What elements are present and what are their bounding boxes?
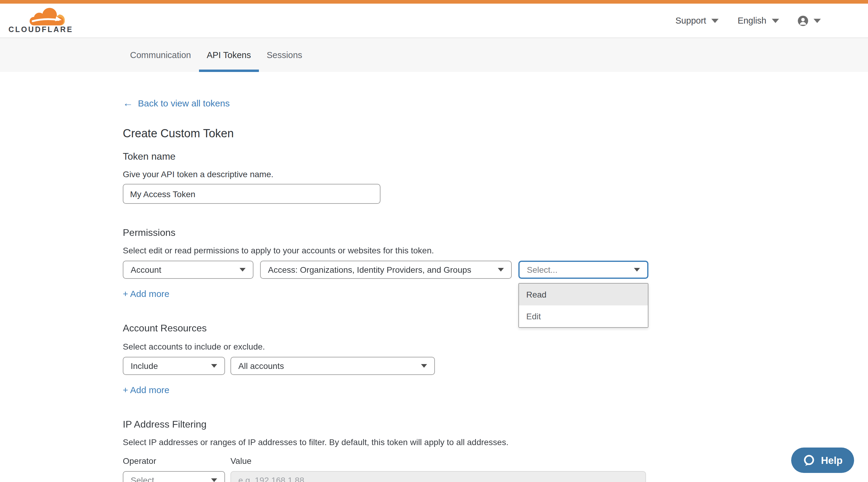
help-button[interactable]: Help — [791, 448, 854, 473]
caret-down-icon — [211, 478, 217, 482]
chevron-down-icon — [772, 19, 779, 23]
page-title: Create Custom Token — [123, 127, 868, 141]
resource-mode-select[interactable]: Include — [123, 356, 225, 375]
token-name-input[interactable] — [123, 184, 380, 204]
permissions-add-more-link[interactable]: + Add more — [123, 289, 169, 299]
avatar-icon — [798, 15, 808, 26]
ip-filtering-row: Select... — [123, 471, 868, 482]
chat-bubble-icon — [803, 454, 815, 467]
top-orange-bar — [0, 0, 868, 4]
back-link-label: Back to view all tokens — [138, 98, 230, 108]
account-resources-add-more-link[interactable]: + Add more — [123, 384, 169, 395]
value-label: Value — [230, 456, 252, 466]
ip-filtering-heading: IP Address Filtering — [123, 418, 868, 430]
account-resources-description: Select accounts to include or exclude. — [123, 342, 868, 351]
cloudflare-logo[interactable]: CLOUDFLARE — [8, 7, 69, 34]
caret-down-icon — [634, 268, 640, 272]
chevron-down-icon — [712, 19, 719, 23]
ip-value-input[interactable] — [230, 471, 646, 482]
account-resources-row: Include All accounts — [123, 356, 868, 375]
support-menu[interactable]: Support — [675, 16, 719, 25]
caret-down-icon — [240, 268, 246, 272]
account-menu[interactable] — [798, 15, 821, 26]
header: CLOUDFLARE Support English — [0, 4, 868, 37]
permission-category-select[interactable]: Account — [123, 261, 253, 279]
tab-communication[interactable]: Communication — [122, 38, 199, 72]
tab-bar: Communication API Tokens Sessions — [0, 37, 868, 72]
permission-level-menu: Read Edit — [518, 283, 648, 328]
ip-filtering-labels: Operator Value — [123, 456, 868, 466]
menu-option-read[interactable]: Read — [519, 284, 648, 306]
back-to-tokens-link[interactable]: ← Back to view all tokens — [123, 98, 230, 108]
caret-down-icon — [498, 268, 504, 272]
main-content: ← Back to view all tokens Create Custom … — [0, 72, 868, 482]
support-label: Support — [675, 16, 706, 25]
caret-down-icon — [421, 364, 427, 367]
permission-level-select[interactable]: Select... — [518, 261, 648, 279]
account-resources-heading: Account Resources — [123, 323, 868, 334]
operator-label: Operator — [123, 456, 230, 466]
page: CLOUDFLARE Support English — [0, 0, 868, 482]
permissions-heading: Permissions — [123, 227, 868, 238]
cloudflare-wordmark: CLOUDFLARE — [8, 26, 69, 34]
tab-api-tokens[interactable]: API Tokens — [199, 38, 259, 72]
token-name-description: Give your API token a descriptive name. — [123, 169, 868, 179]
tab-sessions[interactable]: Sessions — [259, 38, 310, 72]
caret-down-icon — [211, 364, 217, 367]
ip-filtering-description: Select IP addresses or ranges of IP addr… — [123, 437, 868, 447]
language-label: English — [738, 16, 766, 25]
permission-resource-select[interactable]: Access: Organizations, Identity Provider… — [260, 261, 512, 279]
back-arrow-icon: ← — [123, 98, 133, 108]
chevron-down-icon — [813, 19, 821, 23]
token-name-heading: Token name — [123, 151, 868, 162]
language-menu[interactable]: English — [738, 16, 779, 25]
permissions-row: Account Access: Organizations, Identity … — [123, 261, 868, 279]
permissions-description: Select edit or read permissions to apply… — [123, 246, 868, 256]
resource-scope-select[interactable]: All accounts — [230, 356, 435, 375]
help-label: Help — [821, 454, 843, 466]
cloudflare-cloud-icon — [25, 7, 69, 26]
menu-option-edit[interactable]: Edit — [519, 306, 648, 327]
header-nav: Support English — [675, 15, 821, 26]
permission-level-select-wrap: Select... Read Edit — [518, 261, 648, 279]
ip-operator-select[interactable]: Select... — [123, 471, 225, 482]
